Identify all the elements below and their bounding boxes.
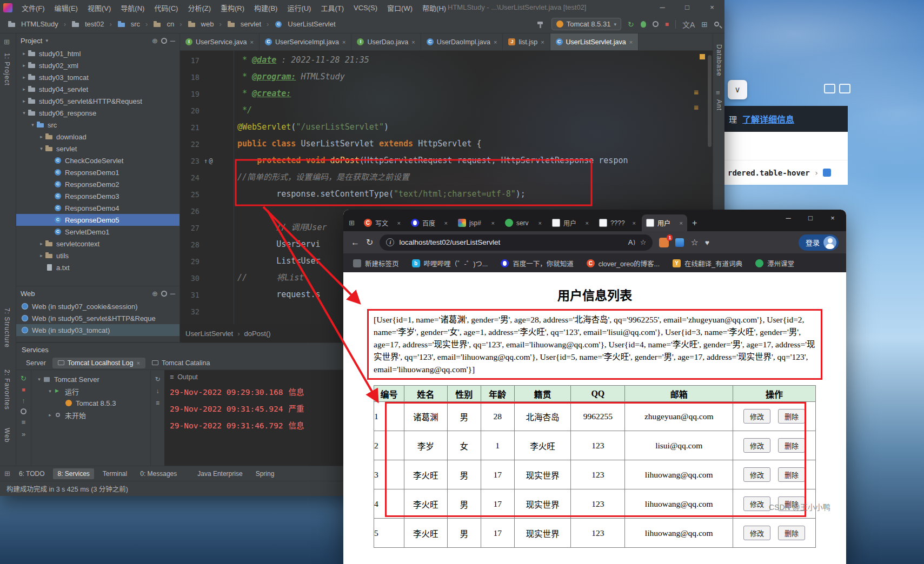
tab-actions-icon[interactable]: ⊞ bbox=[349, 219, 355, 227]
code-line[interactable]: */ bbox=[237, 102, 713, 119]
tree-item[interactable]: ▸study05_servlet&HTTP&Request bbox=[16, 95, 180, 107]
profiler-icon[interactable] bbox=[653, 21, 659, 27]
edit-button[interactable]: 修改 bbox=[743, 467, 770, 482]
web-item[interactable]: Web (in study05_servlet&HTTP&Reque bbox=[16, 312, 180, 324]
menu-file[interactable]: 文件(F) bbox=[17, 1, 50, 15]
edit-button[interactable]: 修改 bbox=[743, 496, 770, 511]
close-icon[interactable]: × bbox=[679, 220, 682, 226]
menu-edit[interactable]: 编辑(E) bbox=[50, 1, 83, 15]
close-button[interactable]: × bbox=[700, 0, 724, 15]
minimize-button[interactable]: ─ bbox=[778, 210, 799, 227]
editor-tab-userserviceimpl[interactable]: UserServiceImpl.java× bbox=[260, 33, 352, 50]
menu-navigate[interactable]: 导航(N) bbox=[116, 1, 149, 15]
delete-button[interactable]: 删除 bbox=[778, 409, 805, 424]
background-dropdown-button[interactable]: ∨ bbox=[728, 80, 747, 99]
window-layout-icon[interactable] bbox=[839, 84, 850, 93]
tree-item[interactable]: ▸download bbox=[16, 131, 180, 143]
close-icon[interactable]: × bbox=[342, 39, 345, 45]
browser-tab-serv[interactable]: serv× bbox=[501, 214, 546, 231]
maximize-button[interactable]: □ bbox=[800, 210, 821, 227]
close-icon[interactable]: × bbox=[541, 39, 544, 45]
breadcrumb-method[interactable]: doPost() bbox=[244, 330, 270, 338]
edit-button[interactable]: 修改 bbox=[743, 438, 770, 453]
tree-item[interactable]: ▾src bbox=[16, 119, 180, 131]
close-button[interactable]: × bbox=[822, 210, 843, 227]
rerun-icon[interactable]: ↻ bbox=[21, 374, 26, 382]
close-icon[interactable]: × bbox=[397, 220, 400, 226]
rerun-icon[interactable]: ↻ bbox=[628, 20, 634, 29]
tool-button-spring[interactable]: Spring bbox=[251, 468, 279, 479]
tree-item[interactable]: ResponseDemo4 bbox=[16, 202, 180, 214]
tool-button-project[interactable]: 1: Project bbox=[3, 53, 11, 86]
stop-icon[interactable]: ■ bbox=[22, 386, 25, 393]
code-line[interactable]: * @date : 2022-11-28 21:35 bbox=[237, 52, 713, 69]
tool-button-java-enterprise[interactable]: Java Enterprise bbox=[193, 468, 247, 479]
tree-item[interactable]: ResponseDemo2 bbox=[16, 178, 180, 190]
minimize-button[interactable]: ─ bbox=[650, 0, 675, 15]
close-icon[interactable]: × bbox=[632, 220, 635, 226]
services-node-running[interactable]: ▾运行 bbox=[31, 385, 150, 397]
build-icon[interactable] bbox=[536, 20, 545, 29]
tree-item[interactable]: ▸study03_tomcat bbox=[16, 71, 180, 83]
site-info-icon[interactable]: i bbox=[386, 238, 394, 246]
scroll-end-icon[interactable]: ↓ bbox=[156, 387, 159, 395]
window-layout-icon[interactable] bbox=[824, 84, 835, 93]
clear-icon[interactable]: ≡ bbox=[156, 399, 159, 407]
breadcrumb-item-class[interactable]: UserListServlet bbox=[272, 19, 337, 30]
tree-item[interactable]: ▸study01_html bbox=[16, 48, 180, 59]
maximize-button[interactable]: □ bbox=[675, 0, 700, 15]
menu-analyze[interactable]: 分析(Z) bbox=[183, 1, 216, 15]
menu-code[interactable]: 代码(C) bbox=[149, 1, 183, 15]
breadcrumb-item-servlet[interactable]: servlet bbox=[225, 19, 271, 30]
bookmark-tanzhou[interactable]: 潭州课堂 bbox=[755, 258, 794, 268]
hide-icon[interactable]: ─ bbox=[170, 37, 175, 45]
signin-button[interactable]: 登录 bbox=[799, 234, 839, 251]
tool-windows-icon[interactable]: ⊞ bbox=[4, 38, 10, 46]
tool-button-favorites[interactable]: 2: Favorites bbox=[3, 370, 11, 410]
browser-tab-user1[interactable]: 用户× bbox=[548, 214, 593, 231]
browser-tab-unknown[interactable]: ????× bbox=[595, 214, 640, 231]
override-icon[interactable]: ↑@ bbox=[200, 157, 230, 165]
menu-view[interactable]: 视图(V) bbox=[83, 1, 116, 15]
project-panel-title[interactable]: Project bbox=[21, 37, 42, 45]
collapse-icon[interactable]: ⊕ bbox=[152, 290, 158, 298]
hamburger-icon[interactable]: ≡ bbox=[22, 418, 26, 426]
new-tab-button[interactable]: + bbox=[692, 218, 697, 228]
tool-button-todo[interactable]: 6: TODO bbox=[15, 468, 49, 479]
code-line-highlighted[interactable]: response.setContentType("text/html;chars… bbox=[237, 186, 713, 203]
tool-button-structure[interactable]: 7: Structure bbox=[3, 308, 11, 348]
services-node-not-started[interactable]: ▸未开始 bbox=[31, 409, 150, 421]
tree-item[interactable]: ▸study04_servlet bbox=[16, 83, 180, 95]
menu-tools[interactable]: 工具(T) bbox=[316, 1, 349, 15]
delete-button[interactable]: 删除 bbox=[778, 526, 805, 540]
run-config-select[interactable]: Tomcat 8.5.31 ▾ bbox=[551, 18, 621, 30]
editor-tab-userdaoimpl[interactable]: UserDaoImpl.java× bbox=[421, 33, 503, 50]
tool-button-ant[interactable]: Ant bbox=[715, 99, 723, 111]
bookmark-csdn[interactable]: clover_oreo的博客... bbox=[587, 258, 660, 268]
close-icon[interactable]: × bbox=[411, 39, 415, 45]
tab-tomcat-catalina[interactable]: Tomcat Catalina bbox=[147, 358, 216, 368]
close-icon[interactable]: × bbox=[494, 39, 497, 45]
tree-item[interactable]: ServletDemo1 bbox=[16, 226, 180, 238]
code-line[interactable]: * @program: HTMLStudy bbox=[237, 69, 713, 85]
browser-tab-jsp[interactable]: jsp#× bbox=[454, 214, 499, 231]
favorite-star-icon[interactable]: ☆ bbox=[640, 238, 647, 246]
edit-button[interactable]: 修改 bbox=[743, 409, 770, 424]
refresh-icon[interactable]: ↻ bbox=[366, 237, 373, 247]
editor-tab-userdao[interactable]: UserDao.java× bbox=[351, 33, 421, 50]
delete-button[interactable]: 删除 bbox=[778, 438, 805, 453]
gear-icon[interactable] bbox=[21, 408, 26, 414]
menu-build[interactable]: 构建(B) bbox=[249, 1, 282, 15]
debug-icon[interactable] bbox=[641, 21, 646, 28]
code-line-highlighted[interactable]: //简单的形式，设置编码，是在获取流之前设置 bbox=[237, 169, 713, 186]
breadcrumb-item-module[interactable]: test02 bbox=[69, 19, 114, 30]
bookmark-newtab[interactable]: 新建标签页 bbox=[353, 258, 399, 268]
close-icon[interactable]: × bbox=[444, 220, 447, 226]
menu-refactor[interactable]: 重构(R) bbox=[216, 1, 249, 15]
deploy-icon[interactable]: ↑ bbox=[22, 397, 25, 405]
browser-tab-csdn-write[interactable]: 写文× bbox=[360, 214, 405, 231]
bookmark-baidu[interactable]: 百度一下，你就知道 bbox=[501, 258, 574, 268]
menu-vcs[interactable]: VCS(S) bbox=[349, 2, 382, 14]
translate-icon[interactable]: 文A bbox=[682, 19, 695, 30]
hide-icon[interactable]: ─ bbox=[170, 290, 175, 298]
